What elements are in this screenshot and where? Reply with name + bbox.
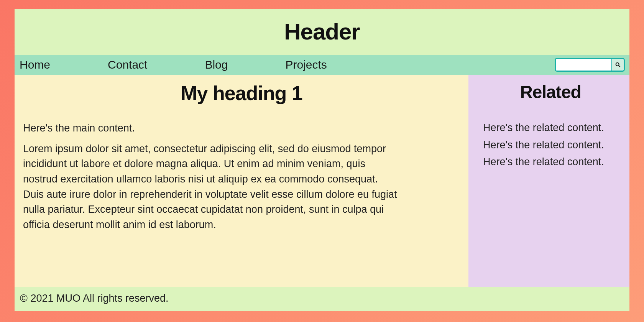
svg-point-0 (616, 63, 619, 66)
sidebar-item: Here's the related content. (483, 136, 618, 154)
nav-link-contact[interactable]: Contact (106, 58, 149, 71)
nav-link-projects[interactable]: Projects (283, 58, 329, 71)
main-content: My heading 1 Here's the main content. Lo… (15, 75, 468, 287)
main-body: Lorem ipsum dolor sit amet, consectetur … (23, 141, 399, 233)
nav-link-blog[interactable]: Blog (203, 58, 230, 71)
site-footer: © 2021 MUO All rights reserved. (15, 287, 629, 311)
content-row: My heading 1 Here's the main content. Lo… (15, 75, 629, 287)
sidebar-heading: Related (483, 82, 618, 102)
main-intro: Here's the main content. (23, 121, 399, 136)
site-title: Header (15, 18, 629, 45)
search-box (555, 58, 625, 72)
search-input[interactable] (556, 59, 611, 71)
footer-text: © 2021 MUO All rights reserved. (20, 292, 169, 304)
svg-line-1 (619, 66, 620, 67)
sidebar-item: Here's the related content. (483, 153, 618, 171)
nav-link-home[interactable]: Home (18, 58, 52, 71)
navbar: Home Contact Blog Projects (15, 55, 629, 75)
main-heading: My heading 1 (23, 82, 460, 105)
search-icon (615, 62, 621, 68)
site-header: Header (15, 9, 629, 55)
sidebar-item: Here's the related content. (483, 119, 618, 136)
search-button[interactable] (611, 59, 624, 71)
page-layout: Header Home Contact Blog Projects My hea… (15, 9, 629, 311)
sidebar: Related Here's the related content. Here… (468, 75, 629, 287)
